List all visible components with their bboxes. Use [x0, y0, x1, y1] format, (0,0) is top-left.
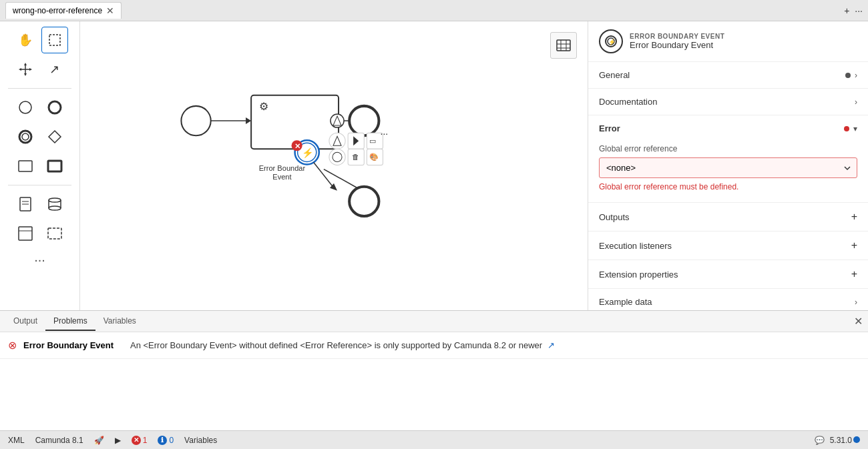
platform-indicator: Camunda 8.1 — [35, 436, 83, 445]
tool-row-1: ✋ — [12, 27, 68, 53]
example-data-section-header[interactable]: Example data › — [588, 289, 868, 310]
error-count[interactable]: ✕ 1 — [132, 436, 148, 445]
tab-label: wrong-no-error-reference — [13, 6, 102, 15]
deploy-icon[interactable]: 🚀 — [94, 436, 104, 445]
toolbar-divider-1 — [8, 88, 71, 89]
svg-marker-3 — [24, 63, 27, 65]
svg-rect-23 — [48, 228, 61, 239]
svg-text:⚡: ⚡ — [302, 147, 314, 159]
outputs-section-header[interactable]: Outputs + — [588, 203, 868, 231]
svg-marker-11 — [49, 131, 61, 143]
general-section-right: › — [845, 71, 857, 80]
svg-marker-26 — [246, 117, 251, 124]
tab-close-button[interactable]: ✕ — [106, 5, 114, 16]
circle-tool-button[interactable] — [12, 94, 39, 121]
execution-listeners-label: Execution listeners — [599, 241, 672, 251]
toolbar-divider-2 — [8, 185, 71, 185]
svg-line-52 — [314, 162, 334, 187]
svg-point-8 — [49, 101, 61, 113]
problem-description: An <Error Boundary Event> without define… — [130, 340, 555, 350]
tab-output[interactable]: Output — [5, 312, 45, 331]
db-tool-button[interactable] — [41, 191, 68, 217]
version-dot — [853, 436, 860, 443]
error-label: Error — [599, 123, 620, 133]
bottom-tabs: Output Problems Variables ✕ — [0, 311, 868, 332]
rect-thick-tool-button[interactable] — [41, 153, 68, 179]
extension-properties-add-button[interactable]: + — [851, 268, 857, 280]
svg-point-17 — [49, 198, 61, 202]
svg-text:⚡: ⚡ — [608, 38, 616, 46]
problem-source: Error Boundary Event — [23, 340, 124, 350]
tool-row-2: ↗ — [12, 56, 68, 83]
documentation-label: Documentation — [599, 97, 657, 107]
error-count-number: 1 — [143, 436, 148, 445]
outputs-add-button[interactable]: + — [851, 211, 857, 223]
dashed-rect-tool-button[interactable] — [41, 220, 68, 247]
svg-marker-5 — [19, 68, 21, 71]
status-bar-right: 💬 5.31.0 — [815, 436, 860, 445]
tool-row-4 — [12, 123, 68, 150]
documentation-section-header[interactable]: Documentation › — [588, 89, 868, 115]
info-count[interactable]: ℹ 0 — [158, 436, 174, 445]
tab-problems[interactable]: Problems — [45, 312, 95, 331]
variables-label: Variables — [184, 436, 217, 445]
add-tab-button[interactable]: + — [844, 5, 849, 16]
comment-icon[interactable]: 💬 — [815, 436, 825, 445]
svg-point-46 — [329, 149, 345, 165]
editor-tab[interactable]: wrong-no-error-reference ✕ — [5, 2, 122, 19]
example-data-section-right: › — [855, 298, 857, 307]
execution-listeners-section-header[interactable]: Execution listeners + — [588, 232, 868, 260]
info-count-badge: ℹ — [158, 436, 167, 445]
frame-tool-button[interactable] — [12, 220, 39, 247]
doc-tool-button[interactable] — [12, 191, 39, 217]
error-validation-message: Global error reference must be defined. — [599, 182, 857, 191]
more-tools-button[interactable]: ··· — [34, 252, 45, 268]
ring-tool-button[interactable] — [12, 123, 39, 150]
error-section: Error ▾ Global error reference <none> Gl… — [588, 115, 868, 203]
svg-rect-58 — [557, 40, 570, 51]
panel-header-title: ERROR BOUNDARY EVENT — [630, 33, 724, 40]
select-tool-button[interactable] — [41, 27, 68, 53]
outputs-label: Outputs — [599, 212, 630, 222]
tool-row-5 — [12, 153, 68, 179]
rect-tool-button[interactable] — [12, 153, 39, 179]
status-bar: XML Camunda 8.1 🚀 ▶ ✕ 1 ℹ 0 Variables 💬 … — [0, 430, 868, 449]
problem-link[interactable]: ↗ — [548, 340, 555, 350]
diamond-tool-button[interactable] — [41, 123, 68, 150]
error-section-content: Global error reference <none> Global err… — [588, 141, 868, 202]
example-data-chevron: › — [855, 298, 857, 307]
general-section-header[interactable]: General › — [588, 62, 868, 88]
bottom-panel-close-button[interactable]: ✕ — [854, 315, 863, 328]
svg-rect-12 — [19, 161, 32, 171]
minimap-button[interactable] — [550, 32, 577, 59]
move-tool-button[interactable] — [12, 56, 39, 83]
error-section-header[interactable]: Error ▾ — [588, 115, 868, 141]
bpmn-canvas[interactable]: ⚙ ⚡ ✕ Error Boundar Event — [80, 21, 588, 310]
global-error-reference-select[interactable]: <none> — [599, 157, 857, 178]
svg-point-20 — [49, 206, 61, 210]
extension-properties-section-header[interactable]: Extension properties + — [588, 260, 868, 288]
execution-listeners-add-button[interactable]: + — [851, 240, 857, 252]
format-label: XML — [8, 436, 25, 445]
svg-text:Event: Event — [272, 173, 291, 181]
general-section: General › — [588, 62, 868, 89]
svg-text:Error Boundar: Error Boundar — [259, 164, 306, 172]
svg-text:🗑: 🗑 — [352, 153, 359, 161]
svg-text:🎨: 🎨 — [369, 152, 379, 161]
more-options-button[interactable]: ··· — [855, 5, 863, 16]
documentation-section: Documentation › — [588, 89, 868, 115]
element-type-icon: ⚡ — [599, 29, 623, 53]
bottom-panel: Output Problems Variables ✕ ⊗ Error Boun… — [0, 310, 868, 430]
error-section-right: ▾ — [844, 124, 857, 133]
circle-thick-tool-button[interactable] — [41, 94, 68, 121]
hand-tool-button[interactable]: ✋ — [12, 27, 39, 53]
title-bar-actions: + ··· — [844, 5, 863, 16]
arrow-tool-button[interactable]: ↗ — [41, 56, 68, 83]
variables-status[interactable]: Variables — [184, 436, 217, 445]
tab-variables[interactable]: Variables — [95, 312, 144, 331]
svg-point-9 — [19, 131, 31, 143]
svg-point-7 — [19, 101, 31, 113]
outputs-section-right: + — [851, 211, 857, 223]
svg-rect-21 — [19, 227, 32, 240]
run-icon[interactable]: ▶ — [115, 436, 121, 445]
